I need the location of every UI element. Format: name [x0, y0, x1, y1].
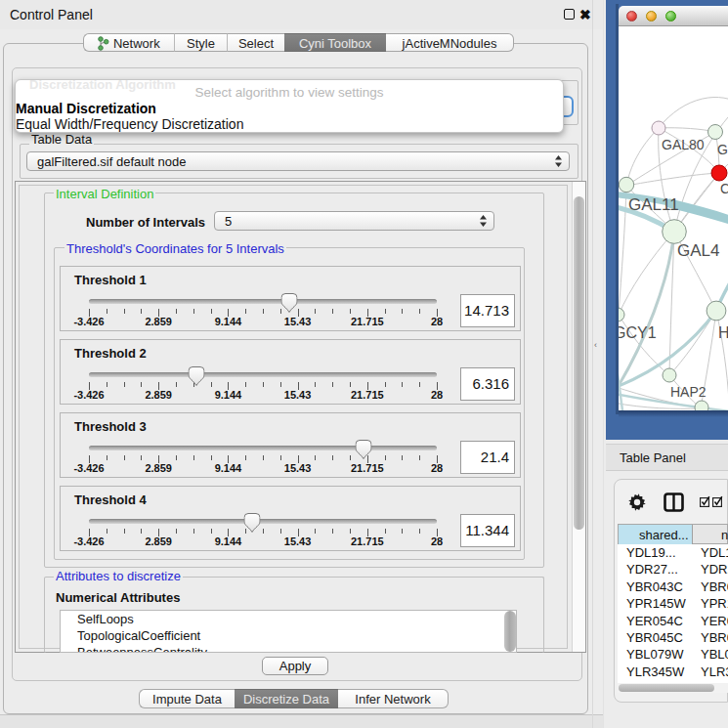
svg-text:GAL4: GAL4 — [677, 241, 719, 260]
svg-text:HAP2: HAP2 — [670, 384, 707, 400]
svg-text:G.: G. — [717, 142, 728, 157]
svg-text:GAL11: GAL11 — [628, 195, 679, 214]
svg-text:GAL80: GAL80 — [662, 137, 705, 152]
svg-text:GCY1: GCY1 — [619, 324, 657, 341]
svg-text:H: H — [718, 324, 728, 341]
svg-text:C: C — [720, 181, 728, 196]
